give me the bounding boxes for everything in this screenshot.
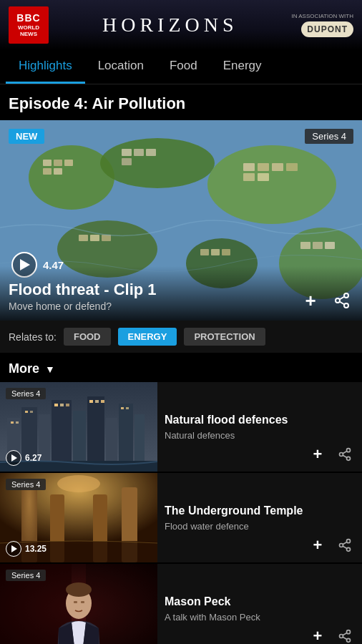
add-btn-1[interactable]: + (308, 444, 328, 464)
play-btn-2[interactable]: 13.25 (6, 541, 47, 557)
episode-title: Episode 4: Air Pollution (0, 84, 362, 120)
svg-rect-12 (122, 149, 132, 156)
svg-rect-23 (313, 242, 323, 249)
svg-rect-86 (81, 601, 84, 603)
item-title-3: Mason Peck (165, 595, 355, 610)
add-btn-2[interactable]: + (308, 535, 328, 555)
item-actions-3: + (308, 626, 355, 644)
main-video-card[interactable]: NEW Series 4 4.47 Flood threat - Clip 1 … (0, 120, 362, 321)
svg-rect-58 (126, 407, 129, 409)
navigation: Highlights Location Food Energy (0, 50, 362, 84)
svg-point-2 (100, 138, 215, 188)
svg-line-79 (343, 542, 347, 544)
duration-1: 6.27 (25, 453, 41, 463)
svg-rect-56 (101, 400, 104, 403)
small-play-circle-2[interactable] (6, 541, 21, 557)
svg-point-1 (29, 145, 114, 210)
bbc-text: BBC (16, 12, 40, 24)
svg-point-31 (344, 293, 348, 298)
nav-food[interactable]: Food (157, 50, 210, 84)
svg-point-60 (347, 449, 351, 452)
svg-rect-85 (74, 601, 77, 603)
share-btn-1[interactable] (335, 444, 355, 464)
share-btn-2[interactable] (335, 535, 355, 555)
svg-line-63 (343, 455, 347, 457)
thumbnail-mason-peck: Series 4 (0, 564, 157, 644)
svg-point-33 (344, 303, 348, 308)
play-btn-1[interactable]: 6.27 (6, 450, 41, 466)
more-arrow-icon: ▼ (45, 364, 55, 375)
svg-point-88 (340, 635, 343, 638)
item-subtitle-1: Natural defences (165, 430, 355, 441)
svg-rect-53 (66, 404, 69, 406)
relates-to-bar: Relates to: FOOD ENERGY PROTECTION (0, 321, 362, 353)
svg-line-90 (343, 637, 347, 639)
item-actions-2: + (308, 535, 355, 555)
item-subtitle-2: Flood water defence (165, 521, 355, 532)
item-subtitle-3: A talk with Mason Peck (165, 612, 355, 623)
small-play-triangle-1 (11, 454, 17, 462)
svg-rect-25 (79, 235, 88, 241)
svg-point-61 (340, 453, 343, 457)
svg-rect-10 (43, 168, 52, 175)
nav-location[interactable]: Location (85, 50, 157, 84)
svg-rect-47 (11, 421, 14, 424)
nav-highlights[interactable]: Highlights (6, 50, 85, 84)
list-item-natural-flood[interactable]: Series 4 6.27 Natural flood defences Nat… (0, 382, 362, 472)
video-actions: + (299, 289, 353, 312)
svg-point-87 (347, 630, 351, 634)
svg-point-84 (66, 582, 92, 597)
svg-line-78 (343, 546, 347, 548)
svg-rect-14 (146, 149, 156, 156)
tag-energy[interactable]: ENERGY (118, 328, 177, 346)
share-btn-3[interactable] (335, 626, 355, 644)
add-btn-3[interactable]: + (308, 626, 328, 644)
svg-rect-48 (16, 421, 19, 424)
more-label: More (9, 361, 39, 376)
list-item-mason-peck[interactable]: Series 4 Mason Peck A talk with Mason Pe… (0, 564, 362, 644)
add-button[interactable]: + (299, 289, 322, 312)
tag-protection[interactable]: PROTECTION (184, 328, 265, 346)
svg-rect-52 (60, 404, 64, 406)
bbc-news: NEWS (20, 31, 37, 38)
svg-rect-51 (54, 404, 58, 406)
svg-rect-13 (134, 149, 144, 156)
svg-point-3 (207, 145, 336, 224)
more-header[interactable]: More ▼ (0, 353, 362, 382)
svg-rect-9 (64, 160, 73, 166)
svg-rect-8 (54, 160, 62, 166)
bbc-world: WORLD (18, 24, 39, 31)
svg-line-35 (340, 297, 345, 300)
svg-rect-30 (222, 249, 230, 255)
list-item-underground-temple[interactable]: Series 4 13.25 The Underground Temple Fl… (0, 473, 362, 562)
svg-rect-26 (90, 235, 99, 241)
svg-rect-19 (286, 163, 298, 171)
svg-rect-50 (30, 411, 33, 413)
share-button[interactable] (331, 289, 353, 312)
item-title-1: Natural flood defences (165, 413, 355, 428)
share-icon-3 (338, 629, 352, 643)
relates-label: Relates to: (9, 331, 57, 343)
share-icon (333, 292, 351, 309)
nav-energy[interactable]: Energy (210, 50, 275, 84)
svg-rect-29 (211, 249, 220, 255)
svg-rect-57 (121, 407, 124, 409)
svg-rect-18 (272, 163, 283, 171)
badge-new: NEW (9, 129, 44, 144)
thumbnail-underground-temple: Series 4 13.25 (0, 473, 157, 562)
svg-rect-28 (200, 249, 209, 255)
svg-line-91 (343, 633, 347, 635)
svg-rect-22 (300, 242, 310, 249)
item-title-2: The Underground Temple (165, 504, 355, 519)
small-play-circle-1[interactable] (6, 450, 21, 466)
badge-series-2: Series 4 (6, 479, 46, 490)
dupont-badge: DUPONT (301, 21, 353, 37)
association-text: IN ASSOCIATION WITH (291, 13, 353, 19)
horizons-title: HORIZONS (102, 14, 238, 36)
svg-rect-11 (54, 168, 62, 175)
svg-point-75 (347, 540, 351, 543)
bbc-logo: BBC WORLD NEWS (9, 6, 49, 44)
svg-point-62 (347, 457, 351, 460)
app-header: BBC WORLD NEWS HORIZONS IN ASSOCIATION W… (0, 0, 362, 50)
tag-food[interactable]: FOOD (64, 328, 111, 346)
